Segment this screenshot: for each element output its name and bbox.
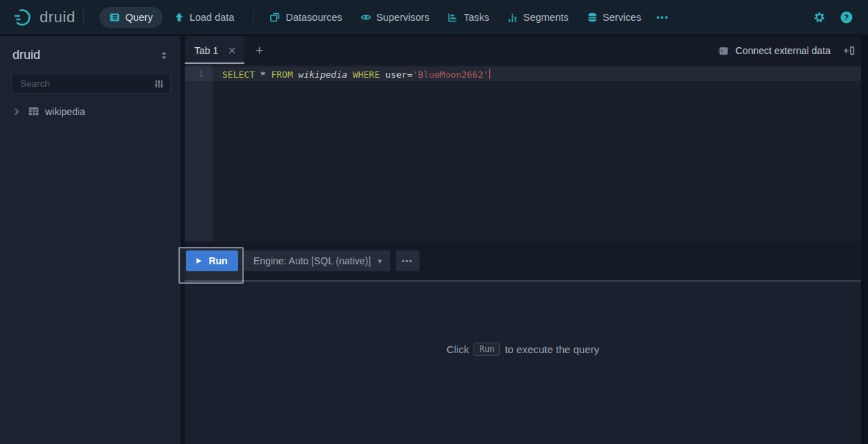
sql-editor[interactable]: 1 SELECT * FROM wikipedia WHERE user='Bl…	[185, 65, 861, 241]
nav-item-load-data[interactable]: Load data	[167, 7, 242, 28]
database-icon	[587, 12, 598, 23]
chevron-right-icon[interactable]	[11, 106, 22, 117]
navbar-divider	[83, 9, 84, 26]
message-prefix: Click	[446, 343, 469, 355]
help-button[interactable]: ?	[837, 8, 856, 26]
nav-item-segments[interactable]: Segments	[500, 7, 575, 28]
tab-label: Tab 1	[194, 45, 218, 56]
query-more-button[interactable]: •••	[396, 250, 419, 271]
sql-query-text[interactable]: SELECT * FROM wikipedia WHERE user='Blue…	[222, 69, 490, 80]
message-suffix: to execute the query	[505, 343, 599, 355]
nav-item-label: Supervisors	[376, 12, 430, 23]
navbar-divider	[253, 9, 254, 26]
navbar-more-button[interactable]: •••	[652, 8, 674, 27]
upload-arrow-icon	[174, 12, 185, 23]
sidebar-title: druid	[12, 48, 40, 62]
datasources-icon	[269, 12, 281, 23]
connect-external-data-button[interactable]: Connect external data	[717, 45, 831, 57]
run-toolbar: Run Engine: Auto [SQL (native)] ▾ •••	[185, 241, 861, 280]
query-icon	[109, 12, 120, 23]
eye-icon	[360, 12, 372, 23]
bar-chart-icon	[507, 12, 518, 23]
nav-item-label: Services	[603, 12, 642, 23]
nav-item-datasources[interactable]: Datasources	[262, 7, 349, 28]
active-tab-underline	[185, 62, 244, 64]
druid-logo-icon	[12, 7, 33, 28]
import-data-icon	[717, 45, 729, 57]
nav-item-query[interactable]: Query	[99, 7, 162, 28]
panel-arrow-left-icon	[843, 44, 856, 57]
filter-sliders-icon[interactable]	[153, 78, 165, 89]
nav-item-tasks[interactable]: Tasks	[440, 7, 496, 28]
search-input[interactable]	[20, 78, 153, 89]
play-icon	[197, 258, 201, 264]
nav-item-services[interactable]: Services	[580, 7, 649, 28]
help-icon: ?	[840, 10, 853, 24]
tab-1[interactable]: Tab 1 ✕	[185, 36, 244, 65]
line-number: 1	[185, 69, 212, 79]
nav-item-label: Tasks	[463, 12, 489, 23]
druid-brand[interactable]: druid	[12, 7, 75, 28]
collapse-panel-button[interactable]	[843, 44, 856, 57]
druid-console: druid Query Load data	[0, 0, 868, 444]
text-cursor	[489, 69, 490, 79]
nav-item-supervisors[interactable]: Supervisors	[353, 7, 437, 28]
editor-gutter	[185, 65, 212, 241]
caret-down-icon: ▾	[378, 257, 382, 266]
nav-item-label: Datasources	[285, 12, 342, 23]
tab-strip: Tab 1 ✕ + Connect external data	[185, 36, 861, 65]
query-workspace: Tab 1 ✕ + Connect external data	[185, 36, 861, 444]
engine-select-button[interactable]: Engine: Auto [SQL (native)] ▾	[244, 250, 390, 271]
results-panel: Click Run to execute the query	[185, 282, 861, 444]
datasource-label: wikipedia	[45, 106, 85, 117]
nav-item-label: Segments	[523, 12, 568, 23]
svg-text:?: ?	[844, 13, 849, 22]
nav-item-label: Query	[125, 12, 153, 23]
engine-label: Engine: Auto [SQL (native)]	[253, 255, 371, 266]
gear-icon	[813, 11, 826, 24]
tab-close-icon[interactable]: ✕	[228, 45, 236, 56]
run-button-label: Run	[208, 255, 227, 266]
datasource-sidebar: druid	[0, 36, 181, 444]
sidebar-header: druid	[0, 36, 181, 67]
run-kbd-hint: Run	[474, 343, 500, 356]
new-tab-button[interactable]: +	[256, 43, 263, 58]
table-icon	[28, 105, 40, 117]
top-navbar: druid Query Load data	[0, 0, 868, 35]
nav-item-label: Load data	[190, 12, 235, 23]
results-placeholder-message: Click Run to execute the query	[446, 343, 599, 356]
brand-wordmark: druid	[40, 8, 75, 26]
sort-double-caret-icon[interactable]	[158, 50, 169, 61]
settings-gear-button[interactable]	[810, 8, 828, 26]
datasource-row-wikipedia[interactable]: wikipedia	[0, 103, 181, 120]
run-button[interactable]: Run	[186, 250, 238, 271]
code-line-1[interactable]: 1 SELECT * FROM wikipedia WHERE user='Bl…	[185, 67, 861, 81]
connect-external-data-label: Connect external data	[735, 45, 831, 56]
gantt-chart-icon	[447, 12, 458, 23]
sidebar-search-box	[11, 74, 171, 94]
